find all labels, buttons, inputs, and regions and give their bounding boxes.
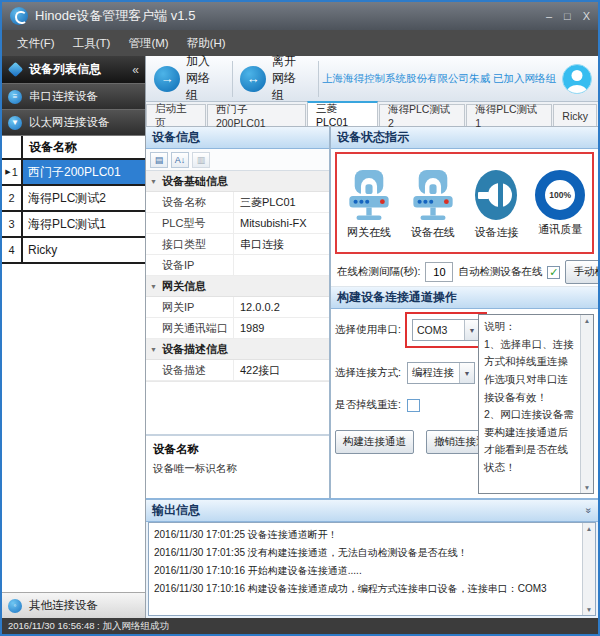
device-row-1[interactable]: ▶1 西门子200PLC01	[2, 160, 145, 186]
serial-port-row: 选择使用串口: COM3 ▼	[335, 312, 475, 348]
sidebar-group-ethernet[interactable]: ▼ 以太网连接设备	[2, 109, 145, 135]
group-expand-icon: ▼	[150, 346, 157, 353]
sidebar-group-other[interactable]: ◦ 其他连接设备	[2, 592, 145, 618]
sidebar-group-serial[interactable]: ≡ 串口连接设备	[2, 83, 145, 109]
categorized-view-icon[interactable]: ▤	[150, 152, 168, 168]
row-marker-icon: ▶	[5, 168, 10, 176]
scroll-up-icon[interactable]: ▲	[586, 525, 592, 532]
group-expand-icon: ▼	[150, 178, 157, 185]
reconnect-checkbox[interactable]	[407, 399, 420, 412]
tab-siemens200plc01[interactable]: 西门子200PLC01	[207, 104, 306, 126]
log-line: 2016/11/30 17:01:35 没有构建连接通道，无法自动检测设备是否在…	[154, 544, 577, 562]
tab-home[interactable]: 启动主页	[146, 104, 206, 126]
device-table-header: 设备名称	[2, 136, 145, 160]
prop-plc-model[interactable]: PLC型号 Mitsubishi-FX	[146, 213, 329, 234]
user-status-text: 上海海得控制系统股份有限公司朱威 已加入网络组	[322, 72, 556, 86]
device-online-icon	[408, 167, 458, 223]
menu-tools[interactable]: 工具(T)	[64, 32, 120, 55]
interval-input[interactable]	[425, 262, 453, 282]
group-basic-info[interactable]: ▼ 设备基础信息	[146, 171, 329, 192]
group-gateway-info[interactable]: ▼ 网关信息	[146, 276, 329, 297]
indicator-device-online: 设备在线	[401, 167, 465, 240]
indicator-device-connect: 设备连接	[465, 167, 529, 240]
prop-device-description[interactable]: 设备描述 422接口	[146, 360, 329, 381]
scroll-down-icon[interactable]: ▼	[586, 606, 592, 613]
device-name-cell[interactable]: 海得PLC测试2	[23, 186, 145, 210]
app-logo-icon	[10, 7, 28, 25]
indicator-comm-quality: 100% 通讯质量	[528, 170, 592, 237]
device-name-cell[interactable]: 西门子200PLC01	[23, 160, 145, 184]
gateway-online-icon	[344, 167, 394, 223]
minimize-button[interactable]: –	[546, 10, 552, 22]
join-network-button[interactable]: → 加入网络组	[150, 50, 229, 107]
leave-network-icon: ↔	[240, 66, 266, 92]
main-toolbar: → 加入网络组 ↔ 离开网络组 上海海得控制系统股份有限公司朱威 已加入网络组	[146, 56, 598, 102]
indicator-gateway-online: 网关在线	[337, 167, 401, 240]
toolbar-separator	[232, 61, 233, 97]
manual-check-button[interactable]: 手动检测设备在线	[565, 260, 600, 284]
build-channel-button[interactable]: 构建连接通道	[335, 430, 414, 454]
row-gutter-header	[2, 136, 23, 158]
close-button[interactable]: X	[583, 10, 590, 22]
check-icon: ✓	[549, 267, 558, 278]
output-log-list: 2016/11/30 17:01:25 设备连接通道断开！ 2016/11/30…	[149, 523, 582, 615]
output-panel: 输出信息 » 2016/11/30 17:01:25 设备连接通道断开！ 201…	[146, 498, 598, 618]
sidebar-collapse-icon[interactable]: «	[132, 63, 139, 77]
channel-operation-header: 构建设备连接通道操作	[331, 287, 598, 309]
device-info-header: 设备信息	[146, 127, 329, 149]
serial-port-select[interactable]: COM3 ▼	[412, 319, 480, 341]
prop-device-ip[interactable]: 设备IP	[146, 255, 329, 276]
property-grid: ▼ 设备基础信息 设备名称 三菱PLC01 PLC型号 Mitsubishi-F…	[146, 171, 329, 381]
connect-mode-row: 选择连接方式: 编程连接 ▼	[335, 362, 475, 384]
device-name-cell[interactable]: 海得PLC测试1	[23, 212, 145, 236]
serial-device-icon: ≡	[8, 90, 22, 104]
tab-mitsubishi-plc01[interactable]: 三菱PLC01	[307, 101, 378, 126]
group-expand-icon: ▼	[150, 283, 157, 290]
sidebar-header: 设备列表信息 «	[2, 56, 145, 83]
log-line: 2016/11/30 17:10:16 构建设备连接通道成功，编程方式连接串口设…	[154, 580, 577, 598]
leave-network-button[interactable]: ↔ 离开网络组	[236, 50, 315, 107]
other-device-icon: ◦	[8, 599, 22, 613]
ethernet-device-icon: ▼	[8, 116, 22, 130]
tab-hite-plc-test2[interactable]: 海得PLC测试2	[379, 104, 465, 126]
collapse-panel-icon[interactable]: »	[584, 508, 595, 514]
prop-gateway-port[interactable]: 网关通讯端口 1989	[146, 318, 329, 339]
tab-strip: 启动主页 西门子200PLC01 三菱PLC01 海得PLC测试2 海得PLC测…	[146, 102, 598, 127]
propertygrid-spacer	[146, 381, 329, 434]
chevron-down-icon[interactable]: ▼	[459, 363, 474, 383]
app-window: Hinode设备管理客户端 v1.5 – □ X 文件(F) 工具(T) 管理(…	[0, 0, 600, 636]
menu-file[interactable]: 文件(F)	[8, 32, 64, 55]
device-row-4[interactable]: 4 Ricky	[2, 238, 145, 264]
output-scrollbar[interactable]: ▲ ▼	[582, 523, 595, 615]
status-indicators-box: 网关在线	[335, 152, 594, 254]
log-line: 2016/11/30 17:10:16 开始构建设备连接通道.....	[154, 562, 577, 580]
device-row-2[interactable]: 2 海得PLC测试2	[2, 186, 145, 212]
alphabetical-sort-icon[interactable]: A↓	[171, 152, 189, 168]
device-row-3[interactable]: 3 海得PLC测试1	[2, 212, 145, 238]
status-bar: 2016/11/30 16:56:48 : 加入网络组成功	[2, 618, 598, 634]
device-table: 设备名称 ▶1 西门子200PLC01 2 海得PLC测试2 3 海得PLC测试…	[2, 135, 145, 592]
instructions-text: 说明： 1、选择串口、连接方式和掉线重连操作选项只对串口连接设备有效！ 2、网口…	[479, 315, 580, 493]
output-header: 输出信息 »	[146, 500, 598, 522]
prop-device-name[interactable]: 设备名称 三菱PLC01	[146, 192, 329, 213]
scroll-down-icon[interactable]: ▼	[584, 484, 590, 491]
scroll-up-icon[interactable]: ▲	[584, 317, 590, 324]
user-avatar[interactable]	[562, 64, 592, 94]
device-name-cell[interactable]: Ricky	[23, 238, 145, 262]
instructions-scrollbar[interactable]: ▲ ▼	[580, 315, 593, 493]
maximize-button[interactable]: □	[564, 10, 571, 22]
device-name-column-header: 设备名称	[23, 136, 145, 158]
prop-gateway-ip[interactable]: 网关IP 12.0.0.2	[146, 297, 329, 318]
table-empty-area	[2, 264, 145, 592]
connect-mode-select[interactable]: 编程连接 ▼	[407, 362, 475, 384]
gem-icon	[8, 62, 24, 78]
tab-ricky[interactable]: Ricky	[553, 104, 597, 126]
chevron-down-icon[interactable]: ▼	[464, 320, 479, 340]
tab-hite-plc-test1[interactable]: 海得PLC测试1	[466, 104, 552, 126]
auto-check-checkbox[interactable]: ✓	[547, 266, 560, 279]
prop-interface-type[interactable]: 接口类型 串口连接	[146, 234, 329, 255]
property-pages-icon: ▥	[192, 152, 210, 168]
reconnect-row: 是否掉线重连:	[335, 398, 475, 412]
group-description-info[interactable]: ▼ 设备描述信息	[146, 339, 329, 360]
propertygrid-toolbar: ▤ A↓ ▥	[146, 149, 329, 171]
